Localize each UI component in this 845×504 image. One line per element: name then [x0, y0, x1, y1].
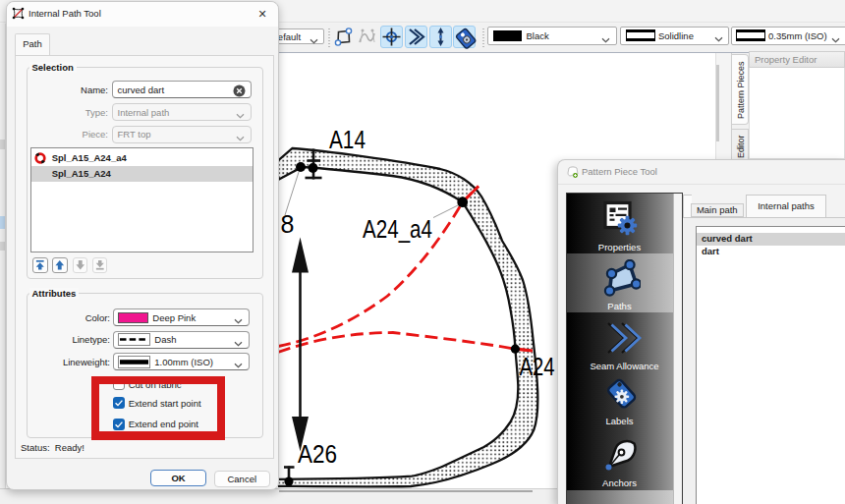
svg-text:A14: A14	[329, 126, 366, 153]
svg-text:8: 8	[281, 210, 295, 238]
svg-text:A26: A26	[298, 440, 337, 468]
svg-text:A24: A24	[520, 353, 555, 380]
svg-text:A24_a4: A24_a4	[363, 215, 432, 243]
